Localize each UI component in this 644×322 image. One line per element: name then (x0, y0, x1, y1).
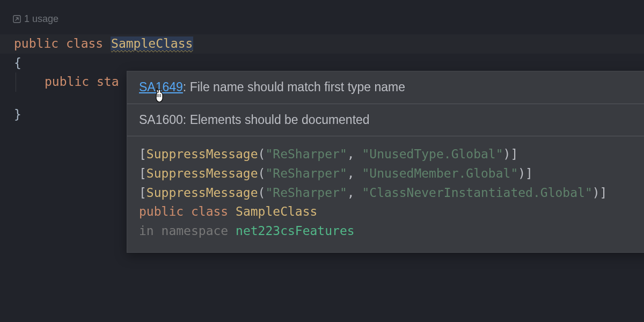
usage-count-text: 1 usage (24, 12, 58, 27)
inspection-row[interactable]: SA1600: Elements should be documented (127, 104, 644, 136)
keyword-class: class (66, 36, 103, 50)
brace-open: { (14, 56, 21, 70)
keyword-public: public (45, 75, 89, 89)
rule-id: SA1600 (139, 113, 183, 127)
inspection-tooltip: SA1649: File name should match first typ… (127, 71, 644, 253)
rule-link[interactable]: SA1649 (139, 80, 183, 94)
code-line[interactable]: { (14, 54, 644, 73)
keyword-sta: sta (97, 75, 119, 89)
class-identifier[interactable]: SampleClass (111, 36, 193, 50)
keyword-public: public (14, 36, 58, 50)
code-line[interactable]: public class SampleClass (0, 34, 644, 54)
inspection-row[interactable]: SA1649: File name should match first typ… (127, 71, 644, 104)
goto-usage-icon (13, 15, 21, 23)
rule-description: File name should match first type name (190, 80, 405, 94)
brace-close: } (14, 107, 21, 121)
usage-hint[interactable]: 1 usage (13, 12, 644, 27)
rule-description: Elements should be documented (190, 113, 370, 127)
code-editor[interactable]: 1 usage public class SampleClass { publi… (0, 0, 644, 125)
code-preview: [SuppressMessage("ReSharper", "UnusedTyp… (127, 136, 644, 252)
